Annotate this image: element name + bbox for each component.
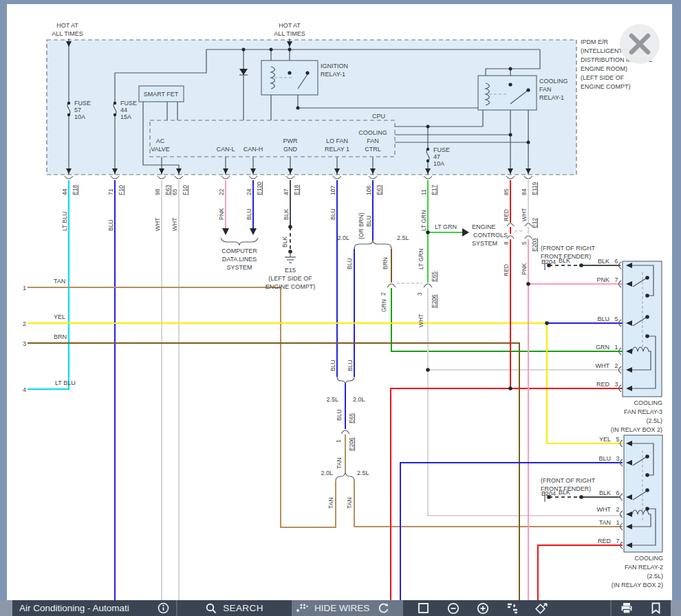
pin-conn: E18 (72, 185, 78, 195)
cdl-label-2: DATA LINES (222, 256, 257, 263)
ipdm-title-6: ENGINE COMPT) (581, 83, 631, 90)
fit-width-button[interactable] (497, 603, 527, 614)
merge-right: 2.0L (353, 396, 365, 403)
cpu-pin-cfc-3: CTRL (365, 146, 381, 153)
pin-labels: 44 E18 LT BLU 71 F10 BLU 98 E63 WHT 65 F… (61, 182, 538, 239)
search-button[interactable]: SEARCH (177, 600, 292, 616)
close-button[interactable] (620, 24, 660, 64)
cpu-pin-ac-1: AC (156, 138, 165, 144)
search-label: SEARCH (223, 603, 263, 613)
reset-view-button[interactable] (374, 602, 393, 614)
cpu-pin-cfc-1: COOLING (358, 129, 387, 136)
cpu-pin-canl: CAN-L (216, 146, 235, 153)
conn-e203: E203 (531, 238, 538, 252)
ipdm-title-1: IPDM E/R (581, 38, 609, 45)
pin-3: 3 (416, 292, 423, 296)
pin-conn: E63 (164, 185, 171, 195)
hot-label-2: ALL TIMES (52, 30, 83, 37)
conn-e65: E65 (431, 272, 437, 282)
left-edge-rows: 1 TAN 2 YEL 3 BRN 4 LT BLU (23, 278, 76, 393)
merge-blu: BLU (336, 409, 343, 421)
fuse44-word: FUSE (120, 100, 137, 107)
close-icon (620, 24, 660, 64)
zoom-out-icon (447, 602, 460, 615)
fuse47-word: FUSE (433, 146, 450, 153)
cpu-pin-ac-2: VALVE (151, 146, 170, 153)
pin-num: 106 (365, 186, 372, 195)
relay3-pin-color: RED (596, 381, 610, 388)
fender-label-1: (FRONT OF RIGHT (541, 245, 596, 252)
pin-conn: E63 (376, 185, 382, 195)
hide-wires-label: HIDE WIRES (314, 603, 369, 613)
ignition-relay-label-1: IGNITION (321, 63, 348, 69)
ecs-wirecolor: LT GRN (435, 223, 457, 230)
relay2-pin-num: 7 (616, 538, 619, 544)
fuse44-amp: 15A (120, 113, 131, 120)
pin-wirecolor: WHT (154, 218, 161, 231)
relay3-pin-num: 7 (614, 276, 618, 283)
relay2-name-4: (IN RELAY BOX 2) (612, 582, 663, 588)
wire-red-relay2 (538, 545, 623, 600)
split2-tan-right: TAN (346, 498, 353, 509)
pin-num: 85 (503, 188, 510, 195)
relay2-pin-color: BLU (598, 455, 611, 462)
pin-conn: F10 (182, 185, 188, 195)
relay3-name: COOLING FAN RELAY-3 (2.5L) (IN RELAY BOX… (611, 399, 662, 433)
split2-right: 2.5L (357, 470, 369, 476)
cpu-pin-pwr-1: PWR (283, 138, 298, 144)
relay3-pin-num: 1 (614, 344, 618, 351)
split1-left: 2.0L (337, 234, 349, 241)
diagram-title: Air Conditioning - Automati (19, 603, 129, 613)
bookmark-button[interactable] (641, 600, 671, 616)
pin-wirecolor: LT BLU (61, 212, 68, 231)
relay2-pin-num: 2 (616, 506, 619, 513)
computer-data-lines: COMPUTER DATA LINES SYSTEM (221, 228, 258, 271)
ecs-label-3: SYSTEM (472, 240, 497, 247)
wire-yel (28, 323, 623, 443)
junction (296, 107, 300, 110)
diagram-title-button[interactable]: Air Conditioning - Automati (12, 600, 176, 616)
bookmark-icon (651, 602, 661, 614)
row-num-2: 2 (23, 320, 26, 327)
pin-cups (65, 176, 532, 179)
cooling-fan-relay-3: (FRONT OF RIGHT FRONT FENDER) E204 BLK B… (541, 245, 662, 433)
relay2-pin-labels: YEL 5 BLU 3 BLK 6 WHT 2 TAN 1 RED 7 (597, 436, 623, 549)
relay2-name-1: COOLING (634, 555, 663, 562)
pin-conn: E18 (293, 185, 300, 195)
print-button[interactable] (612, 600, 641, 616)
junction (527, 141, 530, 144)
hot-label-2: ALL TIMES (274, 30, 305, 37)
conn-e12: E12 (531, 218, 538, 228)
relay3-pin-num: 3 (614, 381, 618, 388)
toolbar-corner-right (671, 600, 681, 616)
e15-name: E15 (285, 267, 296, 274)
split1-right: 2.5L (397, 234, 409, 241)
pin-conn: E17 (431, 185, 437, 195)
hot-label-1: HOT AT (279, 22, 301, 29)
ipdm-title-5: (LEFT SIDE OF (581, 74, 625, 81)
wirecolor-wht: WHT (418, 314, 424, 327)
wirecolor-ltgrn: LT GRN (418, 249, 424, 270)
merge-e206: E206 (348, 437, 355, 451)
junction (270, 48, 273, 52)
pin-wirecolor: BLU (365, 215, 372, 227)
pin-wirecolor-alt: (OR BRN) (358, 212, 365, 239)
pin-wirecolor: WHT (521, 208, 528, 221)
cf-relay1-label-2: FAN (539, 86, 552, 93)
fit-page-button[interactable] (409, 602, 438, 614)
relay2-pin-color: RED (598, 538, 612, 544)
bottom-toolbar: Air Conditioning - Automati SEARCH HIDE … (0, 600, 681, 616)
relay3-name-3: (2.5L) (646, 417, 662, 424)
fit-page-icon (418, 602, 429, 614)
pin-wirecolor: PNK (218, 208, 225, 220)
pin-wirecolor: RED (503, 209, 510, 221)
toolbar-view-controls (403, 600, 556, 616)
hide-wires-button[interactable]: HIDE WIRES (292, 603, 374, 613)
pin-num: 22 (218, 188, 225, 195)
engine-size-split-lower: 2.0L 2.5L TAN TAN (321, 470, 369, 509)
zoom-in-button[interactable] (468, 602, 497, 615)
zoom-out-button[interactable] (438, 602, 468, 615)
relay2-name: COOLING FAN RELAY-2 (2.5L) (IN RELAY BOX… (612, 555, 663, 588)
export-view-button[interactable] (527, 602, 556, 614)
pin-wirecolor: BLU (246, 208, 252, 220)
